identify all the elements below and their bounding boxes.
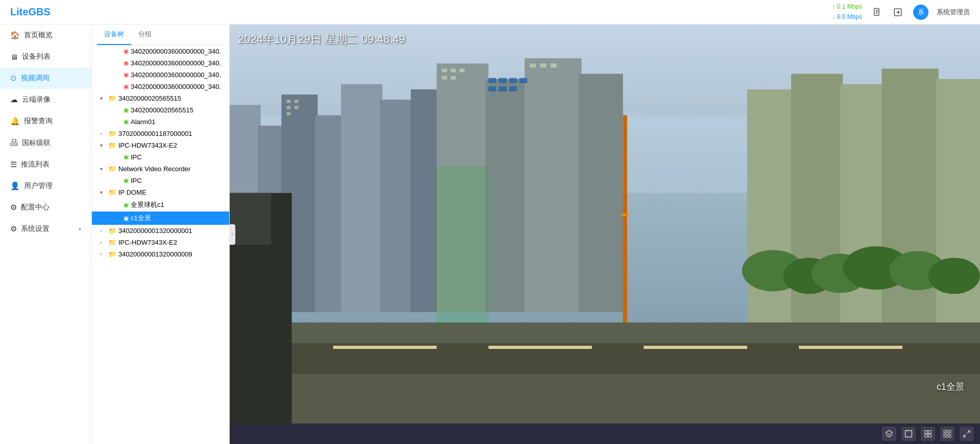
svg-rect-48 xyxy=(451,76,456,80)
topbar-right: ↑ 0.1 Mbps ↓ 6.0 Mbps 系 系统管理员 xyxy=(832,2,970,21)
main-layout: 🏠 首页概览 🖥 设备列表 ⊙ 视频调阅 ☁ 云端录像 🔔 报警查询 品 国标级… xyxy=(0,25,980,444)
sidebar-item-home[interactable]: 🏠 首页概览 xyxy=(0,25,91,46)
node-label: 34020000020565515 xyxy=(131,106,226,114)
tree-node-n18[interactable]: › 📁 34020000001320000009 xyxy=(92,248,229,260)
svg-rect-12 xyxy=(341,84,382,312)
tree-node-n3[interactable]: ▣ 34020000003600000000_340. xyxy=(92,69,229,81)
sidebar-label-users: 用户管理 xyxy=(24,181,53,191)
node-label: c1全景 xyxy=(131,214,226,223)
expand-icon: › xyxy=(100,131,108,136)
node-label: 34020000003600000000_340. xyxy=(131,71,226,79)
sidebar-item-users[interactable]: 👤 用户管理 xyxy=(0,175,91,197)
user-name[interactable]: 系统管理员 xyxy=(937,8,970,17)
layers-button[interactable] xyxy=(882,427,896,441)
folder-icon: 📁 xyxy=(108,227,116,235)
folder-icon: 📁 xyxy=(108,250,116,258)
svg-rect-61 xyxy=(437,167,488,322)
svg-rect-44 xyxy=(442,68,447,72)
tree-node-n9[interactable]: ▾ 📁 IPC-HDW7343X-E2 xyxy=(92,139,229,151)
svg-line-77 xyxy=(967,431,970,433)
sidebar-item-config[interactable]: ⚙ 配置中心 xyxy=(0,197,91,218)
document-icon[interactable] xyxy=(870,5,885,19)
svg-rect-16 xyxy=(486,79,527,312)
node-label: 34020000020565515 xyxy=(118,95,226,102)
devices-icon: 🖥 xyxy=(10,53,18,61)
fullscreen-button[interactable] xyxy=(960,427,974,441)
user-avatar: 系 xyxy=(913,5,928,20)
tree-node-n11[interactable]: ▾ 📁 Network Video Recorder xyxy=(92,163,229,175)
tab-group[interactable]: 分组 xyxy=(131,25,159,45)
svg-rect-58 xyxy=(509,86,517,91)
tree-node-n2[interactable]: ▣ 34020000003600000000_340. xyxy=(92,57,229,69)
tree-node-n10[interactable]: ▣ IPC xyxy=(92,151,229,163)
svg-rect-67 xyxy=(928,434,932,437)
camera-red-icon: ▣ xyxy=(124,48,129,55)
svg-rect-71 xyxy=(944,433,946,435)
sidebar-label-alarm: 报警查询 xyxy=(24,116,53,126)
tree-node-n8[interactable]: › 📁 37020000001187000001 xyxy=(92,128,229,139)
svg-rect-55 xyxy=(520,78,527,83)
expand-icon: ▾ xyxy=(100,96,108,101)
tab-device[interactable]: 设备树 xyxy=(97,25,131,45)
tree-node-n13[interactable]: ▾ 📁 IP DOME xyxy=(92,186,229,198)
svg-rect-11 xyxy=(315,115,344,312)
tree-node-n1[interactable]: ▣ 34020000003600000000_340. xyxy=(92,45,229,57)
tree-node-n7[interactable]: ▣ Alarm01 xyxy=(92,116,229,128)
camera-red-icon: ▣ xyxy=(124,72,129,78)
sidebar-item-devices[interactable]: 🖥 设备列表 xyxy=(0,46,91,67)
svg-rect-66 xyxy=(925,434,928,437)
quad-view-button[interactable] xyxy=(921,427,935,441)
node-label: 34020000003600000000_340. xyxy=(131,83,226,90)
tree-node-n6[interactable]: ▣ 34020000020565515 xyxy=(92,104,229,116)
export-icon[interactable] xyxy=(891,5,905,19)
svg-rect-76 xyxy=(949,435,951,437)
tree-node-n16[interactable]: › 📁 34020000001320000001 xyxy=(92,225,229,237)
sidebar-label-settings: 系统设置 xyxy=(21,224,50,233)
stream-icon: ☰ xyxy=(10,160,17,169)
topbar: LiteGBS ↑ 0.1 Mbps ↓ 6.0 Mbps 系 系统管理员 xyxy=(0,0,980,25)
video-label: c1全景 xyxy=(937,381,965,393)
sidebar: 🏠 首页概览 🖥 设备列表 ⊙ 视频调阅 ☁ 云端录像 🔔 报警查询 品 国标级… xyxy=(0,25,92,444)
node-label: 34020000003600000000_340. xyxy=(131,48,226,55)
app-logo: LiteGBS xyxy=(10,6,51,18)
tree-node-n5[interactable]: ▾ 📁 34020000020565515 xyxy=(92,92,229,104)
tree-node-n4[interactable]: ▣ 34020000003600000000_340. xyxy=(92,81,229,92)
camera-green-icon: ▣ xyxy=(124,107,129,113)
camera-green-icon: ▣ xyxy=(124,119,129,125)
tree-node-n12[interactable]: ▣ IPC xyxy=(92,175,229,186)
svg-rect-47 xyxy=(442,76,447,80)
svg-rect-17 xyxy=(525,58,582,312)
tree-node-n15[interactable]: ▣ c1全景 xyxy=(92,212,229,225)
svg-rect-57 xyxy=(499,86,506,91)
svg-rect-52 xyxy=(488,78,496,83)
sidebar-item-cloud[interactable]: ☁ 云端录像 xyxy=(0,89,91,110)
sidebar-label-video: 视频调阅 xyxy=(21,74,50,83)
sidebar-item-stream[interactable]: ☰ 推流列表 xyxy=(0,154,91,175)
sidebar-item-video[interactable]: ⊙ 视频调阅 xyxy=(0,67,91,89)
home-icon: 🏠 xyxy=(10,31,20,40)
svg-rect-63 xyxy=(905,431,912,437)
svg-rect-38 xyxy=(799,346,902,349)
tree-body[interactable]: ▣ 34020000003600000000_340. ▣ 3402000000… xyxy=(92,45,229,444)
collapse-tree-button[interactable]: ‹ xyxy=(229,224,235,245)
svg-rect-39 xyxy=(287,100,291,103)
sidebar-item-national[interactable]: 品 国标级联 xyxy=(0,132,91,154)
tree-panel: 设备树 分组 ▣ 34020000003600000000_340. ▣ 340… xyxy=(92,25,230,444)
svg-rect-69 xyxy=(946,430,948,432)
sidebar-label-config: 配置中心 xyxy=(21,203,50,212)
folder-icon: 📁 xyxy=(108,95,116,102)
svg-rect-64 xyxy=(925,431,928,434)
svg-rect-42 xyxy=(295,106,299,109)
tree-node-n17[interactable]: › 📁 IPC-HDW7343X-E2 xyxy=(92,237,229,248)
svg-point-29 xyxy=(928,258,980,294)
sidebar-item-settings[interactable]: ⚙ 系统设置 ▾ xyxy=(0,218,91,240)
svg-rect-18 xyxy=(579,74,623,312)
svg-rect-45 xyxy=(451,68,456,72)
users-icon: 👤 xyxy=(10,181,20,191)
expand-icon: ▾ xyxy=(100,143,108,148)
sidebar-item-alarm[interactable]: 🔔 报警查询 xyxy=(0,110,91,132)
nine-view-button[interactable] xyxy=(940,427,954,441)
settings-icon: ⚙ xyxy=(10,224,17,233)
tree-node-n14[interactable]: ▣ 全景球机c1 xyxy=(92,198,229,212)
single-view-button[interactable] xyxy=(901,427,916,441)
